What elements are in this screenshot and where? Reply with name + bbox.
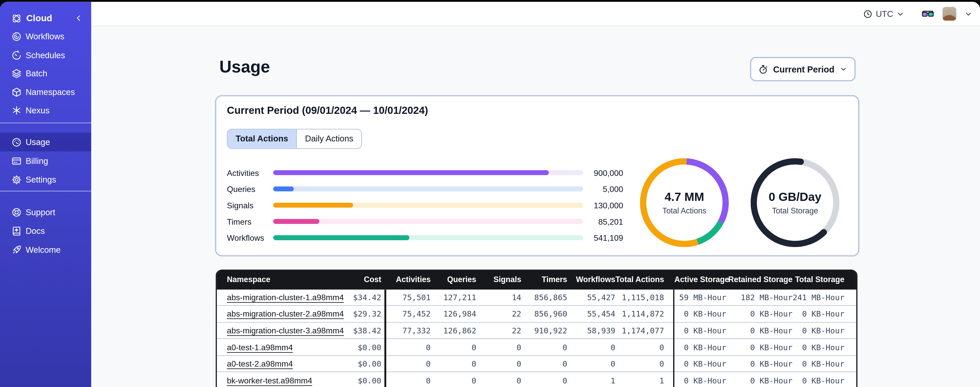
sidebar-nav-footer: SupportDocsWelcome xyxy=(0,203,91,259)
column-header: Retained Storage xyxy=(726,275,792,284)
sidebar-item-label: Billing xyxy=(25,156,48,165)
bar-label: Activities xyxy=(227,168,273,178)
usage-icon xyxy=(11,137,22,147)
column-header: Signals xyxy=(476,275,521,284)
sidebar: Cloud WorkflowsSchedulesBatchNamespacesN… xyxy=(0,2,91,387)
bar-fill xyxy=(273,186,294,192)
sidebar-item-settings[interactable]: Settings xyxy=(0,170,91,189)
bar-fill xyxy=(273,170,549,175)
brand-label: Cloud xyxy=(26,13,52,23)
column-header: Namespace xyxy=(217,275,346,284)
sidebar-item-workflows[interactable]: Workflows xyxy=(0,27,91,46)
table-cell: 1 xyxy=(567,376,616,385)
sidebar-item-welcome[interactable]: Welcome xyxy=(0,240,91,259)
bar-row-signals: Signals130,000 xyxy=(227,197,623,213)
stopwatch-icon xyxy=(758,64,768,74)
sidebar-brand[interactable]: Cloud xyxy=(0,10,91,26)
sidebar-item-label: Usage xyxy=(25,138,50,147)
bar-label: Signals xyxy=(227,200,273,210)
sidebar-item-usage[interactable]: Usage xyxy=(0,133,91,151)
column-header: Total Actions xyxy=(615,275,664,284)
table-cell: 22 xyxy=(476,309,521,318)
namespace-link[interactable]: abs-migration-cluster-3.a98mm4 xyxy=(227,326,346,336)
temporal-logo-icon xyxy=(11,12,23,24)
table-cell: 75,452 xyxy=(386,309,431,318)
table-cell: 126,984 xyxy=(431,309,476,318)
period-dropdown-button[interactable]: Current Period xyxy=(750,57,856,82)
glasses-icon[interactable] xyxy=(921,9,934,19)
table-row: bk-worker-test.a98mm4$0.000000110 KB-Hou… xyxy=(217,373,856,387)
table-row: a0-test-1.a98mm4$0.000000000 KB-Hour0 KB… xyxy=(217,339,856,356)
bar-value: 541,109 xyxy=(583,233,623,243)
batch-icon xyxy=(11,69,22,79)
sidebar-item-billing[interactable]: Billing xyxy=(0,151,91,170)
column-header: Total Storage xyxy=(792,275,844,284)
account-menu-chevron-icon[interactable] xyxy=(964,10,973,18)
bar-track xyxy=(273,203,583,208)
table-row: abs-migration-cluster-3.a98mm4$38.4277,3… xyxy=(217,323,856,339)
total-storage-label: Total Storage xyxy=(772,206,818,215)
table-cell: $0.00 xyxy=(346,359,381,369)
namespace-link[interactable]: abs-migration-cluster-2.a98mm4 xyxy=(227,309,346,318)
sidebar-item-label: Settings xyxy=(25,175,56,184)
total-actions-label: Total Actions xyxy=(662,206,706,215)
bar-value: 130,000 xyxy=(583,200,623,210)
collapse-sidebar-icon[interactable] xyxy=(75,14,83,22)
docs-icon xyxy=(11,225,22,236)
chevron-down-icon xyxy=(840,65,848,73)
main-content: Usage Current Period Current Period (09/… xyxy=(91,26,980,387)
table-cell: 856,960 xyxy=(521,309,567,318)
namespace-link[interactable]: a0-test-2.a98mm4 xyxy=(227,359,346,369)
bar-row-queries: Queries5,000 xyxy=(227,181,623,197)
screen: Cloud WorkflowsSchedulesBatchNamespacesN… xyxy=(0,0,980,387)
sidebar-item-batch[interactable]: Batch xyxy=(0,64,91,83)
column-header: Queries xyxy=(431,275,476,284)
table-cell: 0 xyxy=(521,342,567,352)
table-cell: 0 KB-Hour xyxy=(675,376,726,385)
table-column-divider xyxy=(673,289,675,387)
bar-row-activities: Activities900,000 xyxy=(227,165,623,181)
total-storage-value: 0 GB/Day xyxy=(768,190,821,204)
table-row: abs-migration-cluster-2.a98mm4$29.3275,4… xyxy=(217,306,856,322)
table-row: abs-migration-cluster-1.a98mm4$34.4275,5… xyxy=(217,289,856,306)
table-cell: 0 xyxy=(521,359,567,369)
table-cell: 77,332 xyxy=(386,326,431,336)
table-cell: 0 xyxy=(431,359,476,369)
sidebar-item-namespaces[interactable]: Namespaces xyxy=(0,83,91,101)
tab-daily-actions[interactable]: Daily Actions xyxy=(297,130,361,148)
usage-card: Current Period (09/01/2024 — 10/01/2024)… xyxy=(215,95,859,256)
table-cell: 0 xyxy=(567,342,616,352)
sidebar-item-docs[interactable]: Docs xyxy=(0,221,91,240)
topbar: UTC xyxy=(91,2,980,26)
app-window: Cloud WorkflowsSchedulesBatchNamespacesN… xyxy=(0,2,980,387)
billing-icon xyxy=(11,155,22,166)
total-storage-donut: 0 GB/Day Total Storage xyxy=(751,158,840,247)
table-cell: 0 KB-Hour xyxy=(726,326,792,336)
actions-bar-chart: Activities900,000Queries5,000Signals130,… xyxy=(227,165,623,246)
column-header: Cost xyxy=(346,275,381,284)
table-row: a0-test-2.a98mm4$0.000000000 KB-Hour0 KB… xyxy=(217,356,856,373)
table-cell: 0 xyxy=(615,342,664,352)
table-cell: 127,211 xyxy=(431,293,476,302)
timezone-selector[interactable]: UTC xyxy=(863,9,904,19)
sidebar-item-nexus[interactable]: Nexus xyxy=(0,101,91,120)
namespace-link[interactable]: abs-migration-cluster-1.a98mm4 xyxy=(227,293,346,302)
page-title: Usage xyxy=(220,58,270,77)
bar-value: 85,201 xyxy=(583,217,623,226)
avatar[interactable] xyxy=(942,7,956,21)
table-header: NamespaceCostActivitiesQueriesSignalsTim… xyxy=(216,270,857,289)
workflows-icon xyxy=(11,31,22,42)
namespace-link[interactable]: a0-test-1.a98mm4 xyxy=(227,342,346,352)
sidebar-nav-account: UsageBillingSettings xyxy=(0,133,91,189)
table-cell: 0 xyxy=(386,342,431,352)
sidebar-nav-main: WorkflowsSchedulesBatchNamespacesNexus xyxy=(0,27,91,120)
sidebar-item-label: Docs xyxy=(25,226,45,236)
sidebar-item-support[interactable]: Support xyxy=(0,203,91,222)
namespace-link[interactable]: bk-worker-test.a98mm4 xyxy=(227,376,346,385)
table-cell: 22 xyxy=(476,326,521,336)
table-cell: 0 KB-Hour xyxy=(675,309,726,318)
view-tabs: Total Actions Daily Actions xyxy=(227,129,362,149)
sidebar-item-schedules[interactable]: Schedules xyxy=(0,46,91,64)
tab-total-actions[interactable]: Total Actions xyxy=(228,130,297,148)
table-cell: 126,862 xyxy=(431,326,476,336)
